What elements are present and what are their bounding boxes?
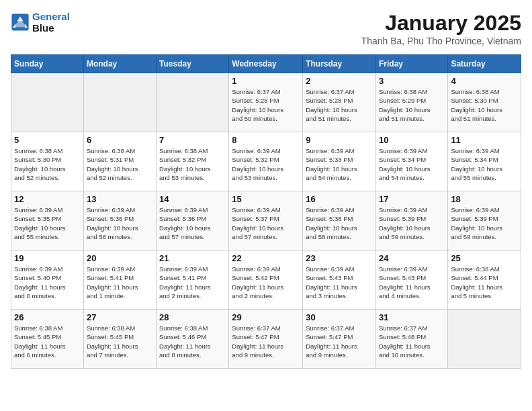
- day-number: 31: [379, 312, 445, 322]
- calendar-body: 1Sunrise: 6:37 AM Sunset: 5:28 PM Daylig…: [11, 73, 521, 369]
- weekday-header: Tuesday: [157, 55, 229, 73]
- day-number: 3: [379, 76, 445, 86]
- day-info: Sunrise: 6:39 AM Sunset: 5:35 PM Dayligh…: [14, 205, 81, 241]
- day-info: Sunrise: 6:38 AM Sunset: 5:44 PM Dayligh…: [451, 265, 518, 300]
- calendar-cell: 4Sunrise: 6:38 AM Sunset: 5:30 PM Daylig…: [448, 73, 521, 132]
- day-info: Sunrise: 6:39 AM Sunset: 5:36 PM Dayligh…: [159, 205, 226, 241]
- calendar-cell: 10Sunrise: 6:39 AM Sunset: 5:34 PM Dayli…: [375, 132, 447, 191]
- calendar-header: SundayMondayTuesdayWednesdayThursdayFrid…: [11, 55, 521, 73]
- day-number: 12: [14, 194, 81, 204]
- day-info: Sunrise: 6:39 AM Sunset: 5:32 PM Dayligh…: [232, 146, 300, 182]
- weekday-header: Thursday: [303, 55, 376, 73]
- day-number: 20: [87, 253, 153, 263]
- day-number: 22: [232, 253, 300, 263]
- calendar-cell: 3Sunrise: 6:38 AM Sunset: 5:29 PM Daylig…: [375, 73, 447, 132]
- day-info: Sunrise: 6:39 AM Sunset: 5:43 PM Dayligh…: [379, 265, 445, 300]
- calendar-week-row: 12Sunrise: 6:39 AM Sunset: 5:35 PM Dayli…: [11, 191, 521, 250]
- calendar-cell: 24Sunrise: 6:39 AM Sunset: 5:43 PM Dayli…: [375, 250, 447, 310]
- day-number: 16: [306, 194, 373, 204]
- day-info: Sunrise: 6:39 AM Sunset: 5:41 PM Dayligh…: [159, 265, 226, 300]
- day-number: 7: [159, 135, 226, 145]
- calendar-cell: 26Sunrise: 6:38 AM Sunset: 5:45 PM Dayli…: [11, 310, 84, 369]
- calendar-cell: 2Sunrise: 6:37 AM Sunset: 5:28 PM Daylig…: [303, 73, 376, 132]
- day-number: 8: [232, 135, 300, 145]
- calendar-cell: 29Sunrise: 6:37 AM Sunset: 5:47 PM Dayli…: [229, 310, 303, 369]
- day-number: 21: [159, 253, 226, 263]
- weekday-header: Saturday: [448, 55, 521, 73]
- calendar-week-row: 26Sunrise: 6:38 AM Sunset: 5:45 PM Dayli…: [11, 310, 521, 369]
- calendar-cell: 27Sunrise: 6:38 AM Sunset: 5:45 PM Dayli…: [83, 310, 156, 369]
- calendar-cell: 21Sunrise: 6:39 AM Sunset: 5:41 PM Dayli…: [157, 250, 229, 310]
- day-number: 11: [451, 135, 518, 145]
- day-number: 26: [14, 312, 81, 322]
- calendar-title: January 2025: [361, 11, 521, 36]
- logo-text: General Blue: [32, 11, 70, 34]
- day-number: 17: [379, 194, 445, 204]
- weekday-header: Monday: [83, 55, 156, 73]
- day-info: Sunrise: 6:39 AM Sunset: 5:37 PM Dayligh…: [232, 205, 300, 241]
- day-info: Sunrise: 6:38 AM Sunset: 5:30 PM Dayligh…: [14, 146, 81, 182]
- day-info: Sunrise: 6:37 AM Sunset: 5:48 PM Dayligh…: [379, 324, 445, 359]
- day-info: Sunrise: 6:39 AM Sunset: 5:43 PM Dayligh…: [306, 265, 373, 300]
- day-info: Sunrise: 6:37 AM Sunset: 5:47 PM Dayligh…: [306, 324, 373, 359]
- day-info: Sunrise: 6:37 AM Sunset: 5:28 PM Dayligh…: [306, 87, 373, 123]
- day-info: Sunrise: 6:39 AM Sunset: 5:33 PM Dayligh…: [306, 146, 373, 182]
- calendar-cell: 5Sunrise: 6:38 AM Sunset: 5:30 PM Daylig…: [11, 132, 84, 191]
- calendar-cell: [448, 310, 521, 369]
- calendar-cell: 18Sunrise: 6:39 AM Sunset: 5:39 PM Dayli…: [448, 191, 521, 250]
- calendar-cell: 31Sunrise: 6:37 AM Sunset: 5:48 PM Dayli…: [375, 310, 447, 369]
- day-number: 23: [306, 253, 373, 263]
- day-info: Sunrise: 6:39 AM Sunset: 5:42 PM Dayligh…: [232, 265, 300, 300]
- day-number: 2: [306, 76, 373, 86]
- calendar-cell: 7Sunrise: 6:38 AM Sunset: 5:32 PM Daylig…: [157, 132, 229, 191]
- calendar-cell: 20Sunrise: 6:39 AM Sunset: 5:41 PM Dayli…: [83, 250, 156, 310]
- logo: General Blue: [11, 11, 70, 34]
- calendar-cell: 16Sunrise: 6:39 AM Sunset: 5:38 PM Dayli…: [303, 191, 376, 250]
- weekday-header: Wednesday: [229, 55, 303, 73]
- day-info: Sunrise: 6:38 AM Sunset: 5:29 PM Dayligh…: [379, 87, 445, 123]
- day-number: 19: [14, 253, 81, 263]
- calendar-cell: 1Sunrise: 6:37 AM Sunset: 5:28 PM Daylig…: [229, 73, 303, 132]
- calendar-cell: 8Sunrise: 6:39 AM Sunset: 5:32 PM Daylig…: [229, 132, 303, 191]
- calendar-cell: [157, 73, 229, 132]
- day-info: Sunrise: 6:39 AM Sunset: 5:41 PM Dayligh…: [87, 265, 153, 300]
- weekday-header: Sunday: [11, 55, 84, 73]
- day-number: 24: [379, 253, 445, 263]
- weekday-header: Friday: [375, 55, 447, 73]
- day-info: Sunrise: 6:38 AM Sunset: 5:45 PM Dayligh…: [87, 324, 153, 359]
- calendar-cell: 13Sunrise: 6:39 AM Sunset: 5:36 PM Dayli…: [83, 191, 156, 250]
- day-number: 18: [451, 194, 518, 204]
- calendar-cell: 30Sunrise: 6:37 AM Sunset: 5:47 PM Dayli…: [303, 310, 376, 369]
- day-number: 5: [14, 135, 81, 145]
- day-info: Sunrise: 6:38 AM Sunset: 5:46 PM Dayligh…: [159, 324, 226, 359]
- day-info: Sunrise: 6:38 AM Sunset: 5:45 PM Dayligh…: [14, 324, 81, 359]
- day-info: Sunrise: 6:39 AM Sunset: 5:40 PM Dayligh…: [14, 265, 81, 300]
- calendar-cell: 6Sunrise: 6:38 AM Sunset: 5:31 PM Daylig…: [83, 132, 156, 191]
- calendar-week-row: 19Sunrise: 6:39 AM Sunset: 5:40 PM Dayli…: [11, 250, 521, 310]
- calendar-cell: 28Sunrise: 6:38 AM Sunset: 5:46 PM Dayli…: [157, 310, 229, 369]
- day-info: Sunrise: 6:38 AM Sunset: 5:31 PM Dayligh…: [87, 146, 153, 182]
- calendar-cell: [11, 73, 84, 132]
- day-info: Sunrise: 6:39 AM Sunset: 5:39 PM Dayligh…: [451, 205, 518, 241]
- title-area: January 2025 Thanh Ba, Phu Tho Province,…: [361, 11, 521, 46]
- day-number: 15: [232, 194, 300, 204]
- day-number: 6: [87, 135, 153, 145]
- day-info: Sunrise: 6:39 AM Sunset: 5:39 PM Dayligh…: [379, 205, 445, 241]
- day-number: 28: [159, 312, 226, 322]
- day-info: Sunrise: 6:39 AM Sunset: 5:38 PM Dayligh…: [306, 205, 373, 241]
- header: General Blue January 2025 Thanh Ba, Phu …: [11, 11, 521, 46]
- calendar-cell: 11Sunrise: 6:39 AM Sunset: 5:34 PM Dayli…: [448, 132, 521, 191]
- day-number: 27: [87, 312, 153, 322]
- calendar-cell: 25Sunrise: 6:38 AM Sunset: 5:44 PM Dayli…: [448, 250, 521, 310]
- calendar-cell: [83, 73, 156, 132]
- calendar-table: SundayMondayTuesdayWednesdayThursdayFrid…: [11, 54, 521, 369]
- day-number: 29: [232, 312, 300, 322]
- calendar-cell: 17Sunrise: 6:39 AM Sunset: 5:39 PM Dayli…: [375, 191, 447, 250]
- day-number: 14: [159, 194, 226, 204]
- day-number: 9: [306, 135, 373, 145]
- day-number: 4: [451, 76, 518, 86]
- day-number: 13: [87, 194, 153, 204]
- calendar-cell: 14Sunrise: 6:39 AM Sunset: 5:36 PM Dayli…: [157, 191, 229, 250]
- day-info: Sunrise: 6:39 AM Sunset: 5:36 PM Dayligh…: [87, 205, 153, 241]
- day-number: 25: [451, 253, 518, 263]
